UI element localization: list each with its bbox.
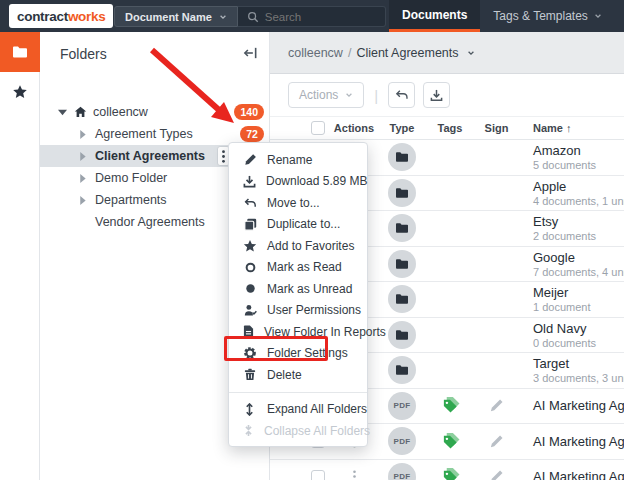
folder-type-badge	[388, 250, 416, 278]
column-header-sign[interactable]: Sign	[474, 122, 519, 134]
rail-folders-button[interactable]	[0, 32, 40, 72]
menu-item-delete[interactable]: Delete	[229, 364, 367, 386]
tag-icon[interactable]	[441, 433, 460, 450]
column-header-tags[interactable]: Tags	[426, 122, 474, 134]
move-arrow-icon	[243, 197, 257, 209]
select-all-checkbox[interactable]	[311, 121, 325, 135]
menu-item-duplicate-to[interactable]: Duplicate to...	[229, 214, 367, 236]
row-meta: 2 documents	[533, 230, 624, 242]
kebab-menu-icon	[353, 470, 356, 480]
caret-right-icon[interactable]	[78, 130, 87, 139]
nav-tab-users[interactable]: Users	[615, 0, 624, 32]
menu-item-collapse-all-folders: Collapse All Folders	[229, 420, 367, 442]
menu-item-download[interactable]: Download 5.89 MB	[229, 171, 367, 193]
menu-item-add-to-favorites[interactable]: Add to Favorites	[229, 235, 367, 257]
menu-item-mark-as-read[interactable]: Mark as Read	[229, 257, 367, 279]
unread-count-badge: 140	[234, 104, 264, 120]
folder-type-badge	[388, 356, 416, 384]
unread-count-badge: 72	[240, 126, 264, 142]
actions-dropdown-button[interactable]: Actions	[288, 82, 364, 108]
menu-item-move-to[interactable]: Move to...	[229, 192, 367, 214]
trash-icon	[243, 368, 257, 381]
row-name[interactable]: AI Marketing Agreement	[533, 398, 624, 413]
tag-icon[interactable]	[441, 468, 460, 480]
caret-right-icon[interactable]	[78, 152, 87, 161]
folder-icon	[395, 364, 409, 376]
row-meta: 3 documents, 3 unread	[533, 372, 624, 384]
collapse-panel-icon[interactable]	[243, 46, 258, 60]
menu-item-user-permissions[interactable]: User Permissions	[229, 300, 367, 322]
folder-context-menu: Rename Download 5.89 MB Move to... Dupli…	[228, 142, 368, 447]
home-icon	[74, 106, 87, 118]
chevron-down-icon	[594, 12, 602, 20]
folder-icon	[395, 329, 409, 341]
breadcrumb-parent[interactable]: colleencw	[288, 46, 343, 60]
sort-ascending-icon[interactable]: ↑	[566, 122, 572, 134]
search-input[interactable]	[265, 11, 365, 23]
search-filter-dropdown[interactable]: Document Name	[114, 6, 238, 27]
search-field-wrap	[238, 6, 386, 27]
row-name[interactable]: Meijer	[533, 285, 624, 300]
menu-item-label: Move to...	[267, 196, 320, 210]
folder-type-badge	[388, 214, 416, 242]
row-name[interactable]: Old Navy	[533, 321, 624, 336]
search-filter-label: Document Name	[125, 11, 212, 23]
nav-tab-documents[interactable]: Documents	[389, 0, 480, 32]
row-name[interactable]: Target	[533, 356, 624, 371]
tree-item-root[interactable]: colleencw 140	[40, 101, 270, 123]
row-meta: 4 documents, 1 unread	[533, 195, 624, 207]
column-header-name-label: Name	[533, 122, 563, 134]
tree-item-label: Demo Folder	[95, 171, 167, 185]
folder-icon	[395, 151, 409, 163]
sign-pencil-icon[interactable]	[489, 398, 504, 413]
folder-icon	[395, 187, 409, 199]
caret-down-icon[interactable]	[58, 108, 67, 116]
caret-right-icon[interactable]	[78, 174, 87, 183]
undo-move-button[interactable]	[388, 82, 415, 108]
menu-item-rename[interactable]: Rename	[229, 149, 367, 171]
annotation-highlight-box	[224, 336, 328, 361]
menu-item-mark-as-unread[interactable]: Mark as Unread	[229, 278, 367, 300]
toolbar-divider: |	[374, 87, 378, 104]
chevron-down-icon[interactable]	[467, 49, 475, 57]
menu-item-label: Expand All Folders	[267, 402, 367, 416]
row-name[interactable]: Amazon	[533, 143, 624, 158]
row-name[interactable]: AI Marketing Agreement	[533, 434, 624, 449]
search-bar-group: Document Name	[114, 6, 386, 27]
column-header-actions[interactable]: Actions	[330, 122, 378, 134]
folder-icon	[12, 45, 28, 59]
sign-pencil-icon[interactable]	[489, 434, 504, 449]
undo-arrow-icon	[395, 89, 409, 101]
table-row-document[interactable]: PDF AI Marketing Agreement	[270, 460, 624, 480]
column-header-name[interactable]: Name ↑	[519, 122, 624, 134]
row-checkbox[interactable]	[311, 470, 325, 480]
chevron-down-icon	[345, 91, 353, 99]
row-name[interactable]: Google	[533, 250, 624, 265]
favorite-star-icon	[243, 239, 257, 253]
nav-tab-documents-label: Documents	[402, 8, 467, 22]
folder-icon	[395, 222, 409, 234]
column-header-type[interactable]: Type	[378, 122, 426, 134]
row-name[interactable]: AI Marketing Agreement	[533, 469, 624, 480]
folder-type-badge	[388, 285, 416, 313]
row-actions-kebab[interactable]	[330, 470, 378, 480]
row-meta: 1 document	[533, 301, 624, 313]
download-icon	[430, 89, 443, 102]
row-name[interactable]: Apple	[533, 179, 624, 194]
row-meta: 0 documents	[533, 337, 624, 349]
tag-icon[interactable]	[441, 397, 460, 414]
duplicate-icon	[243, 218, 257, 231]
tree-item-label: Vendor Agreements	[95, 215, 205, 229]
menu-item-expand-all-folders[interactable]: Expand All Folders	[229, 399, 367, 421]
collapse-folders-icon	[243, 424, 254, 437]
download-button[interactable]	[423, 82, 450, 108]
kebab-menu-icon	[222, 150, 225, 163]
contractworks-logo[interactable]: contractworks	[9, 4, 113, 28]
tree-item-label: colleencw	[93, 105, 148, 119]
caret-right-icon[interactable]	[78, 196, 87, 205]
row-name[interactable]: Etsy	[533, 214, 624, 229]
menu-item-label: Add to Favorites	[267, 239, 354, 253]
nav-tab-tags-templates[interactable]: Tags & Templates	[480, 0, 615, 32]
rail-favorites-button[interactable]	[0, 72, 40, 112]
sign-pencil-icon[interactable]	[489, 469, 504, 480]
